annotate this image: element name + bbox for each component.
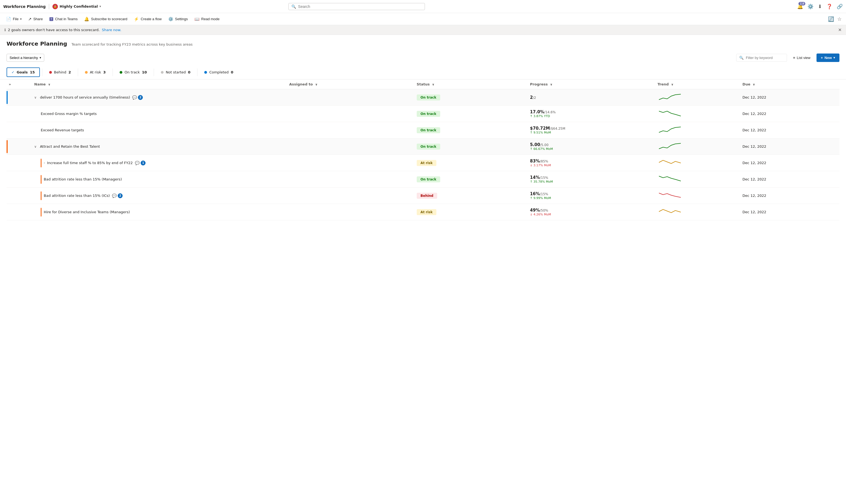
confidential-badge: 🔒 Highly Confidential ▾ (52, 4, 101, 9)
dropdown-arrow[interactable]: ▾ (100, 5, 101, 8)
comment-icon-wrap[interactable]: 💬2 (132, 95, 143, 100)
status-badge: At risk (417, 209, 436, 215)
progress-main: 83% (530, 159, 540, 164)
subscribe-button[interactable]: 🔔 Subscribe to scorecard (82, 15, 130, 23)
at-risk-dot (85, 71, 88, 74)
assigned-cell (287, 187, 415, 204)
chat-button[interactable]: T Chat in Teams (47, 15, 80, 23)
alert-share-link[interactable]: Share now. (102, 28, 121, 32)
at-risk-label: At risk (90, 70, 101, 74)
list-view-button[interactable]: ≡ List view (790, 54, 813, 61)
goal-name: Bad attrition rate less than 15% (Manage… (44, 177, 122, 181)
pill-goals[interactable]: ✓ Goals 15 (6, 68, 40, 77)
notification-button[interactable]: 🔔 119 (797, 3, 803, 10)
progress-main: 5.00 (530, 142, 540, 147)
progress-target: /15% (540, 192, 548, 196)
name-cell: Bad attrition rate less than 15% (Manage… (41, 175, 285, 184)
status-pills: ✓ Goals 15 Behind 2 At risk 3 On track 1… (0, 65, 846, 79)
assigned-cell (287, 204, 415, 220)
name-cell: ∨deliver 1700 hours of service annually … (34, 95, 285, 100)
row-expand-arrow[interactable]: › (44, 161, 45, 164)
th-assigned[interactable]: Assigned to ∨ (287, 79, 415, 89)
comment-icon-wrap[interactable]: 💬2 (112, 193, 123, 198)
not-started-dot (161, 71, 164, 74)
table-row: ∨deliver 1700 hours of service annually … (6, 89, 840, 106)
hierarchy-select[interactable]: Select a hierarchy ▾ (6, 54, 44, 62)
trend-cell (655, 204, 740, 220)
connect-button[interactable]: 🔗 (837, 3, 843, 10)
name-sort-icon: ∨ (48, 83, 51, 86)
pill-not-started[interactable]: Not started 0 (156, 68, 195, 77)
table-row: ›Increase full time staff % to 85% by en… (6, 155, 840, 171)
pill-behind[interactable]: Behind 2 (44, 68, 76, 77)
expand-chevron[interactable]: ∨ (34, 145, 37, 148)
due-date-cell: Dec 12, 2022 (740, 139, 840, 155)
pill-sep-1 (42, 69, 42, 76)
on-track-dot (120, 71, 122, 74)
due-sort-icon: ∨ (753, 83, 755, 86)
comment-count-badge: 2 (138, 95, 143, 100)
th-due[interactable]: Due ∨ (740, 79, 840, 89)
file-label: File (13, 17, 19, 21)
progress-cell: 83%/85%↓ 3.17% MoM (528, 155, 655, 171)
assigned-cell (287, 155, 415, 171)
progress-change: ↑ 9.51% MoM (530, 131, 653, 134)
th-name[interactable]: Name ∨ (32, 79, 287, 89)
star-button[interactable]: ☆ (836, 15, 843, 23)
confidential-icon: 🔒 (52, 4, 58, 9)
trend-cell (655, 122, 740, 139)
settings-button[interactable]: ⚙️ (808, 3, 813, 10)
keyword-filter[interactable]: 🔍 (736, 54, 787, 62)
expand-chevron[interactable]: ∨ (34, 95, 37, 100)
pill-completed[interactable]: Completed 0 (200, 68, 238, 77)
status-badge: On track (417, 127, 440, 133)
name-cell: ›Increase full time staff % to 85% by en… (41, 159, 285, 167)
table-row: Exceed Revenue targetsOn track$70.72M/$6… (6, 122, 840, 139)
settings-toolbar-button[interactable]: ⚙️ Settings (165, 15, 191, 23)
pill-at-risk[interactable]: At risk 3 (80, 68, 110, 77)
keyword-input[interactable] (746, 56, 784, 60)
progress-change: ↓ 3.17% MoM (530, 164, 653, 167)
goal-name: Hire for Diverse and Inclusive Teams (Ma… (44, 210, 130, 214)
comment-count-badge: 1 (141, 161, 146, 165)
filters-row: Select a hierarchy ▾ 🔍 ≡ List view + New… (0, 51, 846, 65)
app-title: Workforce Planning (3, 4, 46, 9)
progress-cell: 17.0%/14.6%↑ 3.87% YTD (528, 106, 655, 122)
download-button[interactable]: ⬇ (818, 3, 822, 10)
search-bar[interactable]: 🔍 (288, 3, 425, 10)
share-button[interactable]: ↗ Share (25, 15, 46, 23)
th-status[interactable]: Status ∨ (415, 79, 528, 89)
th-expand[interactable]: » (6, 79, 32, 89)
th-progress[interactable]: Progress ∨ (528, 79, 655, 89)
goals-count: 15 (30, 70, 35, 74)
file-button[interactable]: 📄 File ▾ (3, 15, 24, 23)
alert-close-button[interactable]: ✕ (838, 27, 842, 33)
help-button[interactable]: ❓ (826, 3, 832, 10)
settings-toolbar-icon: ⚙️ (168, 17, 174, 22)
new-label: New (824, 56, 832, 60)
trend-cell (655, 155, 740, 171)
progress-change: ↑ 35.78% MoM (530, 180, 653, 183)
read-mode-icon: 📖 (194, 17, 200, 22)
read-mode-button[interactable]: 📖 Read mode (192, 15, 222, 23)
refresh-button[interactable]: 🔄 (827, 15, 835, 23)
progress-cell: $70.72M/$64.25M↑ 9.51% MoM (528, 122, 655, 139)
new-button[interactable]: + New ▾ (816, 54, 840, 62)
progress-target: /15% (540, 176, 548, 180)
status-badge: On track (417, 111, 440, 117)
flow-button[interactable]: ⚡ Create a flow (131, 15, 164, 23)
table-header-row: » Name ∨ Assigned to ∨ Status ∨ Progress… (6, 79, 840, 89)
search-input[interactable] (298, 4, 422, 9)
behind-dot (49, 71, 52, 74)
on-track-label: On track (125, 70, 140, 74)
comment-icon-wrap[interactable]: 💬1 (135, 161, 146, 165)
teams-icon: T (50, 17, 54, 21)
flow-icon: ⚡ (134, 17, 139, 22)
pill-on-track[interactable]: On track 10 (115, 68, 151, 77)
th-trend[interactable]: Trend ∨ (655, 79, 740, 89)
chat-icon: 💬 (112, 194, 116, 198)
status-cell: On track (415, 89, 528, 106)
file-dropdown-icon: ▾ (20, 17, 22, 20)
goal-name: Exceed Revenue targets (41, 128, 84, 132)
page-header: Workforce Planning Team scorecard for tr… (0, 35, 846, 51)
